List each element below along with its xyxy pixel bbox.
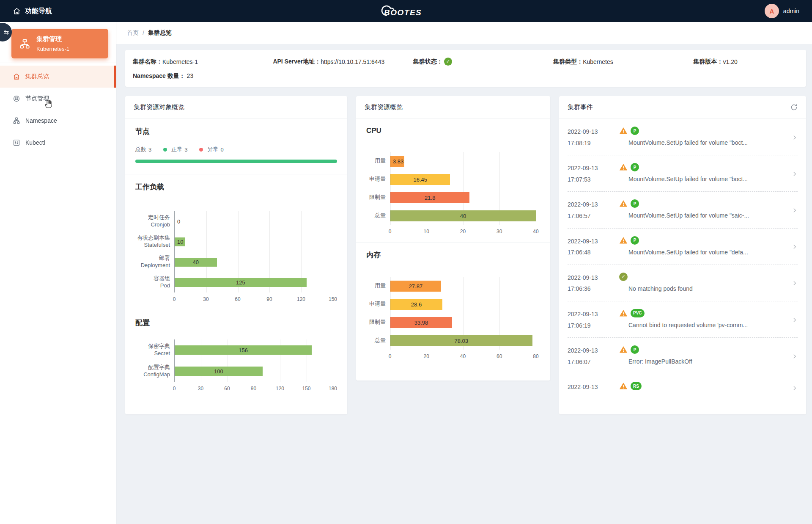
nav-label: 功能导航	[25, 7, 52, 16]
axis-tick: 0	[173, 386, 176, 392]
section-cpu: CPU 用量申请量限制量总量3.8316.4521.840010203040	[356, 119, 550, 242]
event-row[interactable]: 2022-09-1317:07:53PMountVolume.SetUp fai…	[568, 155, 798, 191]
chart-value-label: 125	[236, 279, 245, 286]
chart-category-label: 总量	[366, 207, 390, 225]
event-message: MountVolume.SetUp failed for volume "def…	[619, 249, 790, 256]
event-time: 17:07:53	[568, 174, 619, 185]
cluster-hierarchy-icon	[19, 38, 30, 50]
chevron-right-icon[interactable]	[790, 272, 798, 295]
event-row[interactable]: 2022-09-13RS	[568, 374, 798, 401]
cluster-info-card: 集群名称： Kubernetes-1 API Server地址： https:/…	[125, 50, 806, 87]
event-row[interactable]: 2022-09-1317:08:19PMountVolume.SetUp fai…	[568, 119, 798, 155]
event-body: PMountVolume.SetUp failed for volume "sa…	[619, 199, 790, 221]
axis-tick: 0	[173, 296, 176, 302]
chart-plot-area: 27.8728.633.9878.03020406080	[390, 277, 540, 361]
chart-category-label: 容器组 Pod	[135, 272, 174, 292]
event-date: 2022-09-13	[568, 381, 619, 393]
resource-badge: P	[631, 127, 639, 135]
chevron-right-icon[interactable]	[790, 199, 798, 221]
section-title: CPU	[366, 127, 540, 135]
chart-axis: 0306090120150180	[174, 383, 333, 393]
chart-category-label: 总量	[366, 331, 390, 350]
brand-text: BOOTES	[384, 8, 422, 17]
event-body: PVCCannot bind to requested volume 'pv-c…	[619, 309, 790, 331]
event-row[interactable]: 2022-09-1317:06:48PMountVolume.SetUp fai…	[568, 228, 798, 265]
event-datetime: 2022-09-1317:06:07	[568, 345, 619, 367]
chart-value-label: 33.98	[414, 319, 428, 325]
sidebar-item-kubectl[interactable]: Kubectl	[0, 132, 116, 154]
axis-tick: 150	[302, 386, 310, 392]
nodes-icon	[13, 95, 20, 102]
breadcrumb-current: 集群总览	[148, 29, 172, 37]
event-body: ✓No matching pods found	[619, 272, 790, 295]
chevron-right-icon[interactable]	[790, 345, 798, 367]
cluster-manager-card[interactable]: 集群管理 Kubernetes-1	[11, 29, 108, 58]
event-datetime: 2022-09-1317:08:19	[568, 126, 619, 149]
resource-badge: RS	[631, 382, 642, 390]
field-label: Namespace 数量：	[133, 72, 185, 79]
axis-tick: 60	[224, 386, 230, 392]
chevron-right-icon[interactable]	[790, 236, 798, 258]
chart-bar-row: 40	[390, 207, 536, 225]
legend-total: 总数3	[135, 146, 151, 153]
axis-tick: 30	[198, 386, 203, 392]
axis-tick: 40	[460, 353, 466, 359]
panel-header: 集群事件	[559, 96, 806, 119]
event-row[interactable]: 2022-09-1317:06:19PVCCannot bind to requ…	[568, 301, 798, 337]
chevron-right-icon[interactable]	[790, 381, 798, 394]
chart-value-label: 78.03	[454, 337, 468, 344]
bar-chart-workload: 定时任务 Cronjob有状态副本集 Statefulset部署 Deploym…	[135, 211, 337, 304]
red-dot-icon	[199, 148, 203, 152]
refresh-button[interactable]	[790, 104, 798, 111]
sidebar-collapse-button[interactable]: ⇆	[0, 23, 12, 41]
event-time: 17:08:19	[568, 138, 619, 149]
home-icon	[13, 7, 21, 15]
chart-axis: 0306090120150	[174, 294, 333, 304]
event-message: MountVolume.SetUp failed for volume "sai…	[619, 212, 790, 219]
warning-icon	[619, 163, 628, 171]
chart-bar-row: 28.6	[390, 295, 536, 313]
bar-chart-config: 保密字典 Secret配置字典 ConfigMap156100030609012…	[135, 339, 337, 393]
sidebar-item-node-management[interactable]: 节点管理	[0, 88, 116, 110]
axis-tick: 120	[297, 296, 305, 302]
main-content: 首页 / 集群总览 集群名称： Kubernetes-1 API Server地…	[116, 0, 812, 414]
breadcrumb-home[interactable]: 首页	[127, 29, 139, 37]
chart-plot: 156100	[174, 339, 333, 382]
user-menu[interactable]: A admin	[765, 4, 799, 18]
chart-value-label: 27.87	[409, 283, 423, 289]
axis-tick: 0	[389, 229, 392, 234]
chart-bar-row: 78.03	[390, 331, 536, 350]
chevron-right-icon[interactable]	[790, 126, 798, 149]
success-check-icon: ✓	[619, 273, 628, 281]
event-message: Error: ImagePullBackOff	[619, 358, 790, 365]
field-label: API Server地址：	[273, 58, 321, 66]
field-api-server: API Server地址： https://10.10.17.51:6443	[273, 58, 413, 66]
nav-function-menu[interactable]: 功能导航	[13, 7, 52, 16]
field-label: 集群名称：	[133, 58, 162, 66]
bar-chart-memory: 用量申请量限制量总量27.8728.633.9878.03020406080	[366, 277, 540, 361]
axis-tick: 30	[497, 229, 502, 234]
sidebar-item-cluster-overview[interactable]: 集群总览	[0, 66, 116, 88]
warning-icon	[619, 345, 628, 354]
event-row[interactable]: 2022-09-1317:06:57PMountVolume.SetUp fai…	[568, 191, 798, 228]
cluster-card-subtitle: Kubernetes-1	[36, 46, 69, 52]
bar-chart-cpu: 用量申请量限制量总量3.8316.4521.840010203040	[366, 152, 540, 236]
chevron-right-icon[interactable]	[790, 309, 798, 331]
chart-category-labels: 定时任务 Cronjob有状态副本集 Statefulset部署 Deploym…	[135, 211, 174, 304]
event-row[interactable]: 2022-09-1317:06:36✓No matching pods foun…	[568, 265, 798, 301]
chart-value-label: 16.45	[413, 176, 427, 182]
axis-tick: 30	[203, 296, 208, 302]
chart-category-labels: 用量申请量限制量总量	[366, 152, 390, 236]
workload-chart: 定时任务 Cronjob有状态副本集 Statefulset部署 Deploym…	[135, 211, 337, 304]
sidebar-item-namespace[interactable]: Namespace	[0, 110, 116, 132]
chart-value-label: 3.83	[393, 158, 403, 164]
chart-axis: 020406080	[390, 351, 536, 361]
chevron-right-icon[interactable]	[790, 163, 798, 185]
panel-resource-objects: 集群资源对象概览 节点 总数3 正常3 异常0	[125, 96, 347, 414]
warning-icon	[619, 382, 628, 390]
event-row[interactable]: 2022-09-1317:06:07PError: ImagePullBackO…	[568, 337, 798, 374]
field-cluster-name: 集群名称： Kubernetes-1	[133, 58, 273, 66]
resource-badge: P	[631, 345, 639, 354]
avatar[interactable]: A	[765, 4, 779, 18]
field-value: v1.20	[723, 58, 738, 65]
